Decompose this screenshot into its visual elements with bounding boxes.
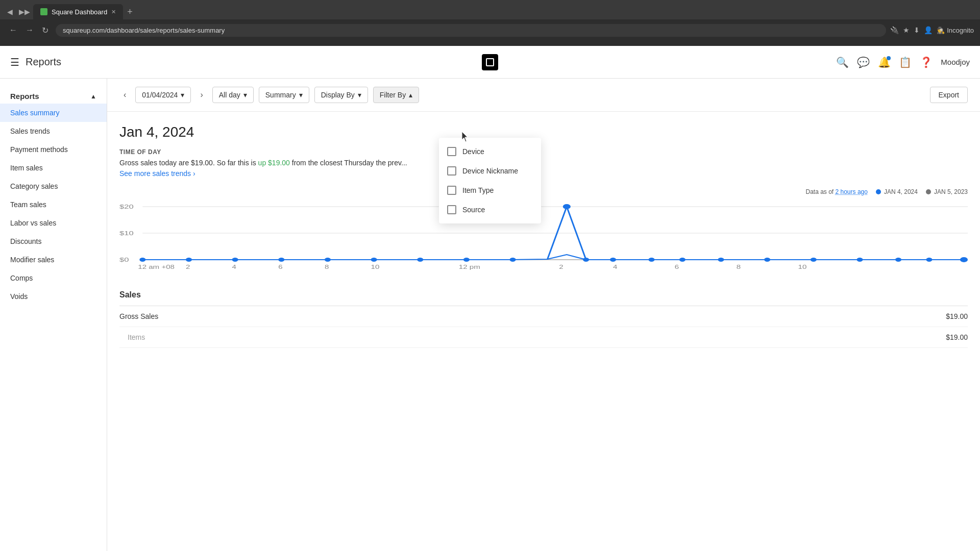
sidebar-item-voids[interactable]: Voids <box>0 287 107 306</box>
sidebar-section-header[interactable]: Reports ▲ <box>0 89 107 104</box>
svg-point-14 <box>510 258 516 262</box>
back-button[interactable]: ◀ <box>4 6 16 18</box>
date-picker-chevron-icon: ▾ <box>181 91 184 99</box>
sidebar-chevron-icon: ▲ <box>90 93 96 100</box>
see-more-trends-link[interactable]: See more sales trends › <box>119 169 195 178</box>
sidebar-item-labor-vs-sales[interactable]: Labor vs sales <box>0 214 107 232</box>
next-date-button[interactable]: › <box>196 87 207 103</box>
date-picker-button[interactable]: 01/04/2024 ▾ <box>135 87 191 103</box>
sidebar-item-item-sales[interactable]: Item sales <box>0 159 107 177</box>
legend-jan5: JAN 5, 2023 <box>926 188 968 195</box>
device-checkbox[interactable] <box>447 147 456 156</box>
sidebar-item-comps[interactable]: Comps <box>0 269 107 287</box>
items-value: $19.00 <box>946 333 968 341</box>
messages-button[interactable]: 💬 <box>857 56 870 68</box>
reload-button[interactable]: ↻ <box>39 24 52 37</box>
time-value: All day <box>219 91 240 99</box>
notification-dot <box>887 56 891 60</box>
item-type-label: Item Type <box>462 186 494 194</box>
back-nav-button[interactable]: ← <box>6 24 20 37</box>
sidebar-item-discounts[interactable]: Discounts <box>0 232 107 251</box>
trend-up-value: up $19.00 <box>258 159 290 167</box>
svg-point-16 <box>583 258 589 262</box>
download-button[interactable]: ⬇ <box>914 26 920 34</box>
header-right: 🔍 💬 🔔 📋 ❓ Moodjoy <box>836 56 970 68</box>
filter-option-device[interactable]: Device <box>439 142 541 161</box>
header-center <box>482 54 498 70</box>
date-value: 01/04/2024 <box>142 91 178 99</box>
data-as-of-link[interactable]: 2 hours ago <box>836 188 868 195</box>
profile-button[interactable]: 👤 <box>924 26 933 34</box>
menu-button[interactable]: ☰ <box>10 56 19 68</box>
trend-post-text: from the closest Thursday the prev... <box>292 159 407 167</box>
summary-button[interactable]: Summary ▾ <box>259 87 309 103</box>
sidebar-item-payment-methods[interactable]: Payment methods <box>0 140 107 159</box>
chart-legend: JAN 4, 2024 JAN 5, 2023 <box>876 188 968 195</box>
filter-option-device-nickname[interactable]: Device Nickname <box>439 161 541 181</box>
display-by-button[interactable]: Display By ▾ <box>314 87 368 103</box>
prev-date-button[interactable]: ‹ <box>119 87 130 103</box>
svg-text:12 am +08: 12 am +08 <box>138 264 175 270</box>
extensions-button[interactable]: 🔌 <box>890 26 899 34</box>
sales-section: Sales Gross Sales $19.00 Items $19.00 <box>119 284 968 348</box>
user-name: Moodjoy <box>941 58 970 66</box>
square-logo[interactable] <box>482 54 498 70</box>
item-type-checkbox[interactable] <box>447 186 456 195</box>
svg-point-7 <box>186 258 192 262</box>
svg-text:4: 4 <box>613 264 617 270</box>
filter-by-label: Filter By <box>380 91 406 99</box>
sidebar-item-category-sales[interactable]: Category sales <box>0 177 107 195</box>
items-row: Items $19.00 <box>119 327 968 348</box>
incognito-icon: 🕵 <box>937 27 945 34</box>
sidebar-item-team-sales[interactable]: Team sales <box>0 195 107 214</box>
address-input[interactable] <box>56 24 886 37</box>
svg-point-6 <box>139 258 145 262</box>
clipboard-button[interactable]: 📋 <box>899 56 912 68</box>
browser-chrome: ◀ ▶▶ Square Dashboard ✕ + ← → ↻ 🔌 ★ ⬇ 👤 … <box>0 0 980 46</box>
close-tab-button[interactable]: ✕ <box>111 9 116 15</box>
filter-option-item-type[interactable]: Item Type <box>439 181 541 200</box>
svg-text:6: 6 <box>278 264 282 270</box>
page-content: ‹ 01/04/2024 ▾ › All day ▾ Summary ▾ Dis… <box>107 79 980 551</box>
filter-option-source[interactable]: Source <box>439 200 541 219</box>
active-tab[interactable]: Square Dashboard ✕ <box>33 4 123 19</box>
help-button[interactable]: ❓ <box>920 56 933 68</box>
svg-text:2: 2 <box>559 264 563 270</box>
search-button[interactable]: 🔍 <box>836 56 849 68</box>
forward-nav-button[interactable]: → <box>22 24 37 37</box>
notifications-button[interactable]: 🔔 <box>878 56 891 68</box>
time-chevron-icon: ▾ <box>243 91 247 99</box>
forward-button[interactable]: ▶▶ <box>16 6 33 18</box>
gross-sales-value: $19.00 <box>946 312 968 320</box>
page-date-heading: Jan 4, 2024 <box>119 124 968 140</box>
filter-by-button[interactable]: Filter By ▴ <box>373 87 419 103</box>
time-filter-button[interactable]: All day ▾ <box>212 87 254 103</box>
svg-text:10: 10 <box>371 264 380 270</box>
sidebar-item-sales-trends[interactable]: Sales trends <box>0 122 107 140</box>
legend-dot-2024 <box>876 189 881 194</box>
sidebar: Reports ▲ Sales summary Sales trends Pay… <box>0 79 107 551</box>
bookmark-button[interactable]: ★ <box>903 26 910 34</box>
svg-point-21 <box>764 258 770 262</box>
svg-text:2: 2 <box>186 264 190 270</box>
gross-sales-label: Gross Sales <box>119 312 158 320</box>
new-tab-button[interactable]: + <box>123 7 137 17</box>
source-checkbox[interactable] <box>447 205 456 214</box>
svg-point-23 <box>856 258 863 262</box>
device-nickname-checkbox[interactable] <box>447 166 456 176</box>
page-toolbar: ‹ 01/04/2024 ▾ › All day ▾ Summary ▾ Dis… <box>107 79 980 112</box>
summary-label: Summary <box>265 91 296 99</box>
tab-title: Square Dashboard <box>52 8 107 16</box>
display-by-chevron-icon: ▾ <box>358 91 361 99</box>
svg-point-18 <box>648 258 654 262</box>
sidebar-item-sales-summary[interactable]: Sales summary <box>0 104 107 122</box>
legend-jan4: JAN 4, 2024 <box>876 188 918 195</box>
display-by-label: Display By <box>321 91 355 99</box>
sidebar-item-modifier-sales[interactable]: Modifier sales <box>0 251 107 269</box>
export-button[interactable]: Export <box>930 87 968 103</box>
summary-chevron-icon: ▾ <box>299 91 303 99</box>
svg-point-22 <box>811 258 817 262</box>
address-bar-row: ← → ↻ 🔌 ★ ⬇ 👤 🕵 Incognito <box>0 19 980 41</box>
trend-text: Gross sales today are $19.00. So far thi… <box>119 159 968 167</box>
nav-controls: ← → ↻ <box>6 24 52 37</box>
